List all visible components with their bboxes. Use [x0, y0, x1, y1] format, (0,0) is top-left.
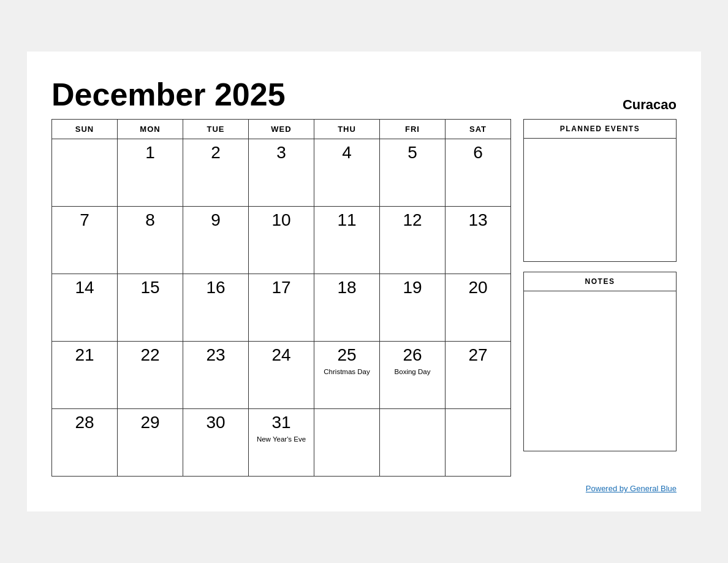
day-number-9: 9 [188, 210, 243, 230]
day-cell-w2-d1: 7 [52, 207, 118, 274]
calendar-page: December 2025 Curacao SUN MON TUE WED TH… [27, 52, 701, 511]
header-wed: WED [249, 120, 314, 139]
header-thu: THU [314, 120, 380, 139]
day-cell-w1-d6: 5 [380, 139, 446, 207]
notes-body [524, 291, 676, 451]
day-number-11: 11 [319, 210, 374, 230]
day-number-3: 3 [254, 143, 309, 163]
day-number-13: 13 [450, 210, 506, 230]
week-row-5: 28293031New Year's Eve [52, 409, 511, 477]
days-header-row: SUN MON TUE WED THU FRI SAT [52, 120, 511, 139]
planned-events-body [524, 139, 676, 261]
day-number-31: 31 [254, 413, 309, 432]
event-label-25: Christmas Day [319, 367, 374, 377]
day-number-14: 14 [57, 278, 112, 297]
footer: Powered by General Blue [51, 484, 677, 493]
header-fri: FRI [380, 120, 446, 139]
week-row-4: 2122232425Christmas Day26Boxing Day27 [52, 342, 511, 409]
day-cell-w4-d5: 25Christmas Day [314, 342, 380, 409]
day-cell-w5-d4: 31New Year's Eve [249, 409, 314, 477]
day-cell-w5-d7 [446, 409, 511, 477]
planned-events-header: PLANNED EVENTS [524, 120, 676, 139]
day-cell-w1-d3: 2 [183, 139, 249, 207]
day-number-20: 20 [450, 278, 506, 297]
day-number-29: 29 [123, 413, 178, 432]
event-label-26: Boxing Day [385, 367, 440, 377]
country-title: Curacao [623, 97, 677, 113]
powered-by-link[interactable]: Powered by General Blue [586, 484, 677, 493]
day-cell-w2-d4: 10 [249, 207, 314, 274]
day-cell-w4-d1: 21 [52, 342, 118, 409]
day-number-12: 12 [385, 210, 440, 230]
day-cell-w2-d7: 13 [446, 207, 511, 274]
day-number-28: 28 [57, 413, 112, 432]
day-cell-w4-d3: 23 [183, 342, 249, 409]
day-cell-w3-d6: 19 [380, 274, 446, 342]
day-cell-w2-d6: 12 [380, 207, 446, 274]
day-cell-w1-d4: 3 [249, 139, 314, 207]
page-header: December 2025 Curacao [51, 76, 677, 113]
day-cell-w4-d7: 27 [446, 342, 511, 409]
day-cell-w5-d6 [380, 409, 446, 477]
week-row-2: 78910111213 [52, 207, 511, 274]
day-number-5: 5 [385, 143, 440, 163]
day-cell-w4-d2: 22 [118, 342, 183, 409]
day-number-1: 1 [123, 143, 178, 163]
day-cell-w2-d2: 8 [118, 207, 183, 274]
day-cell-w4-d6: 26Boxing Day [380, 342, 446, 409]
day-number-22: 22 [123, 345, 178, 365]
calendar-table: SUN MON TUE WED THU FRI SAT 123456789101… [51, 119, 511, 477]
day-number-17: 17 [254, 278, 309, 297]
day-cell-w1-d7: 6 [446, 139, 511, 207]
planned-events-box: PLANNED EVENTS [523, 119, 677, 262]
header-tue: TUE [183, 120, 249, 139]
sidebar: PLANNED EVENTS NOTES [523, 119, 677, 477]
calendar-section: SUN MON TUE WED THU FRI SAT 123456789101… [51, 119, 511, 477]
notes-box: NOTES [523, 272, 677, 451]
day-cell-w5-d1: 28 [52, 409, 118, 477]
event-label-31: New Year's Eve [254, 435, 309, 444]
header-sat: SAT [446, 120, 511, 139]
header-mon: MON [118, 120, 183, 139]
header-sun: SUN [52, 120, 118, 139]
day-cell-w2-d5: 11 [314, 207, 380, 274]
day-cell-w5-d5 [314, 409, 380, 477]
day-cell-w2-d3: 9 [183, 207, 249, 274]
day-cell-w3-d7: 20 [446, 274, 511, 342]
day-number-4: 4 [319, 143, 374, 163]
day-cell-w3-d2: 15 [118, 274, 183, 342]
day-number-23: 23 [188, 345, 243, 365]
day-cell-w4-d4: 24 [249, 342, 314, 409]
week-row-1: 123456 [52, 139, 511, 207]
day-number-18: 18 [319, 278, 374, 297]
day-number-8: 8 [123, 210, 178, 230]
day-number-25: 25 [319, 345, 374, 365]
day-number-30: 30 [188, 413, 243, 432]
main-content: SUN MON TUE WED THU FRI SAT 123456789101… [51, 119, 677, 477]
day-cell-w5-d3: 30 [183, 409, 249, 477]
day-cell-w1-d2: 1 [118, 139, 183, 207]
day-cell-w1-d5: 4 [314, 139, 380, 207]
day-number-16: 16 [188, 278, 243, 297]
day-cell-w3-d5: 18 [314, 274, 380, 342]
day-number-7: 7 [57, 210, 112, 230]
day-number-15: 15 [123, 278, 178, 297]
day-number-10: 10 [254, 210, 309, 230]
month-title: December 2025 [51, 76, 286, 113]
day-number-26: 26 [385, 345, 440, 365]
day-number-27: 27 [450, 345, 506, 365]
day-cell-w3-d3: 16 [183, 274, 249, 342]
day-cell-w3-d1: 14 [52, 274, 118, 342]
day-number-21: 21 [57, 345, 112, 365]
day-cell-w1-d1 [52, 139, 118, 207]
day-cell-w5-d2: 29 [118, 409, 183, 477]
notes-header: NOTES [524, 272, 676, 291]
day-number-19: 19 [385, 278, 440, 297]
week-row-3: 14151617181920 [52, 274, 511, 342]
day-number-24: 24 [254, 345, 309, 365]
day-number-2: 2 [188, 143, 243, 163]
day-cell-w3-d4: 17 [249, 274, 314, 342]
day-number-6: 6 [450, 143, 506, 163]
